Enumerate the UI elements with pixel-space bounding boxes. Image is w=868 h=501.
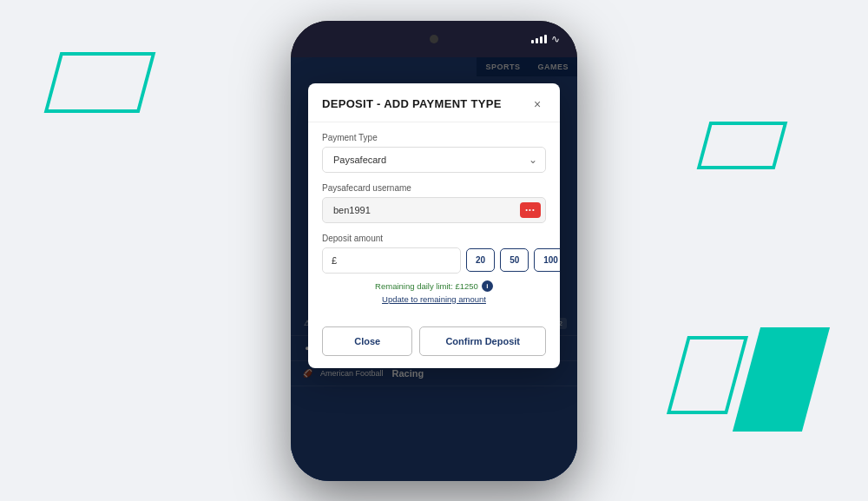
signal-bar-3	[540, 36, 542, 43]
deposit-amount-input[interactable]	[322, 247, 461, 274]
modal-footer: Close Confirm Deposit	[308, 326, 560, 368]
limit-info: Remaining daily limit: £1250 i Update to…	[322, 280, 546, 304]
phone-screen: SPORTS GAMES ⚠ Snooker 4/11 7/2 ● Tennis…	[291, 57, 577, 481]
modal-overlay: DEPOSIT - ADD PAYMENT TYPE × Payment Typ…	[291, 57, 577, 481]
signal-bar-2	[536, 38, 538, 43]
modal-title: DEPOSIT - ADD PAYMENT TYPE	[322, 97, 502, 110]
username-input[interactable]	[322, 197, 546, 223]
signal-bar-4	[544, 35, 547, 43]
username-input-wrapper: •••	[322, 197, 546, 223]
signal-bars-icon	[531, 35, 547, 43]
phone-top-bar: ∿	[291, 21, 577, 57]
confirm-deposit-button[interactable]: Confirm Deposit	[419, 326, 546, 356]
deco-shape-br	[733, 327, 830, 432]
amount-button-100[interactable]: 100	[534, 248, 560, 272]
phone-status-right: ∿	[531, 33, 560, 45]
deco-shape-tl	[44, 52, 156, 113]
deco-shape-tr	[697, 122, 788, 169]
amount-button-20[interactable]: 20	[466, 248, 495, 272]
username-action-button[interactable]: •••	[520, 202, 541, 218]
username-label: Paysafecard username	[322, 183, 546, 193]
deposit-amount-label: Deposit amount	[322, 234, 546, 243]
limit-text: Remaining daily limit: £1250 i	[322, 280, 546, 292]
payment-type-select-wrapper: Paysafecard ⌄	[322, 147, 546, 173]
amount-button-50[interactable]: 50	[500, 248, 529, 272]
deposit-amount-row: 20 50 100	[322, 247, 546, 274]
info-icon[interactable]: i	[482, 280, 493, 292]
phone-shell: ∿ SPORTS GAMES ⚠ Snooker 4/11 7/2 ● Tenn…	[291, 21, 577, 481]
payment-type-label: Payment Type	[322, 133, 546, 142]
deposit-modal: DEPOSIT - ADD PAYMENT TYPE × Payment Typ…	[308, 83, 560, 368]
wifi-icon: ∿	[551, 33, 560, 45]
phone-camera	[430, 35, 438, 43]
close-button[interactable]: Close	[322, 326, 412, 356]
deco-shape-br2	[667, 336, 748, 414]
modal-header: DEPOSIT - ADD PAYMENT TYPE ×	[308, 83, 560, 122]
dots-icon: •••	[525, 206, 535, 214]
modal-body: Payment Type Paysafecard ⌄ Paysafecard u…	[308, 122, 560, 326]
modal-close-button[interactable]: ×	[529, 96, 546, 113]
payment-type-select[interactable]: Paysafecard	[322, 147, 546, 173]
signal-bar-1	[531, 40, 534, 43]
update-link[interactable]: Update to remaining amount	[322, 294, 546, 304]
